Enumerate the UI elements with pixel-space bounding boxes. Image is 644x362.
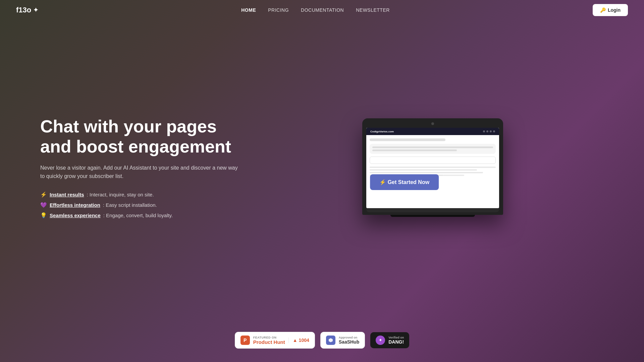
laptop-screen: CodigoVarios.com — [366, 128, 499, 208]
hero-subtitle: Never lose a visitor again. Add our AI A… — [40, 164, 241, 181]
login-icon: 🔑 — [600, 7, 606, 13]
feature-label-seamless: Seamless experience — [50, 213, 101, 218]
hero-section: Chat with your pages and boost engagemen… — [0, 0, 644, 362]
dang-name: DANG! — [388, 339, 404, 345]
hero-title: Chat with your pages and boost engagemen… — [40, 117, 241, 157]
producthunt-text: FEATURED ON Product Hunt — [253, 336, 285, 345]
nav-newsletter[interactable]: NEWSLETTER — [356, 7, 390, 13]
feature-label-integration: Effortless integration — [50, 202, 100, 208]
cta-demos-prefix: or view — [451, 179, 468, 185]
ph-arrow-icon: ▲ — [293, 338, 298, 343]
feature-integration: 💜 Effortless integration : Easy script i… — [40, 202, 241, 208]
login-label: Login — [608, 7, 621, 13]
badge-saashub[interactable]: Approved on SaaSHub — [320, 332, 365, 349]
badge-producthunt[interactable]: P FEATURED ON Product Hunt ▲ 1004 — [235, 332, 315, 349]
saashub-text: Approved on SaaSHub — [339, 336, 359, 345]
dang-verified-label: Verified on — [388, 336, 404, 339]
hero-right: CodigoVarios.com — [262, 118, 604, 217]
feature-desc-instant: : Interact, inquire, stay on site. — [87, 192, 154, 197]
screen-input — [370, 157, 496, 164]
ph-featured-label: FEATURED ON — [253, 336, 285, 339]
screen-bar — [370, 138, 445, 141]
cta-label: ⚡ Get Started Now — [379, 179, 429, 185]
features-list: ⚡ Instant results : Interact, inquire, s… — [40, 191, 241, 219]
demos-link[interactable]: demos — [470, 179, 487, 185]
screen-text-line — [370, 169, 477, 171]
screen-topbar: CodigoVarios.com — [366, 128, 499, 135]
laptop: CodigoVarios.com — [362, 118, 503, 215]
screen-bubble-line — [372, 146, 493, 148]
login-button[interactable]: 🔑 Login — [593, 4, 628, 16]
screen-chat-bubble — [370, 144, 496, 154]
hero-left: Chat with your pages and boost engagemen… — [40, 117, 241, 219]
ph-name: Product Hunt — [253, 339, 285, 345]
feature-instant: ⚡ Instant results : Interact, inquire, s… — [40, 191, 241, 198]
ph-count-number: 1004 — [299, 338, 309, 343]
logo-text: f13o — [16, 6, 31, 14]
get-started-button[interactable]: ⚡ Get Started Now — [370, 174, 439, 190]
feature-icon-integration: 💜 — [40, 202, 47, 208]
logo[interactable]: f13o ✦ — [16, 6, 38, 14]
laptop-mockup: CodigoVarios.com — [362, 118, 503, 217]
feature-icon-seamless: 💡 — [40, 212, 47, 219]
laptop-camera — [431, 122, 434, 125]
feature-seamless: 💡 Seamless experience : Engage, convert,… — [40, 212, 241, 219]
screen-nav-dot — [483, 130, 485, 132]
nav-documentation[interactable]: DOCUMENTATION — [301, 7, 344, 13]
screen-nav-dot — [490, 130, 492, 132]
feature-desc-seamless: : Engage, convert, build loyalty. — [103, 213, 173, 218]
feature-desc-integration: : Easy script installation. — [103, 202, 157, 208]
feature-icon-instant: ⚡ — [40, 191, 47, 198]
main-nav: HOME PRICING DOCUMENTATION NEWSLETTER — [241, 7, 390, 13]
logo-sparkle-icon: ✦ — [33, 6, 38, 14]
screen-nav-dot — [493, 130, 495, 132]
screen-nav — [483, 130, 495, 132]
nav-home[interactable]: HOME — [241, 7, 256, 13]
screen-text-line — [370, 167, 496, 168]
screen-logo: CodigoVarios.com — [370, 130, 394, 133]
sh-name: SaaSHub — [339, 339, 359, 345]
feature-label-instant: Instant results — [50, 192, 84, 197]
laptop-base — [366, 208, 499, 212]
screen-bubble-line — [372, 149, 457, 151]
screen-text-line — [370, 172, 483, 173]
dang-logo-icon: ✦ — [376, 336, 385, 345]
hero-content: Chat with your pages and boost engagemen… — [0, 0, 644, 322]
dang-text: Verified on DANG! — [388, 336, 404, 345]
saashub-logo-icon — [326, 336, 335, 345]
cta-overlay: ⚡ Get Started Now or view demos — [370, 174, 495, 190]
sh-approved-label: Approved on — [339, 336, 359, 339]
view-demos-button[interactable]: or view demos — [443, 174, 495, 190]
badges-row: P FEATURED ON Product Hunt ▲ 1004 Approv… — [0, 322, 644, 362]
nav-pricing[interactable]: PRICING — [268, 7, 289, 13]
header: f13o ✦ HOME PRICING DOCUMENTATION NEWSLE… — [0, 0, 644, 20]
svg-marker-0 — [329, 338, 333, 342]
screen-inner: CodigoVarios.com — [366, 128, 499, 208]
screen-nav-dot — [486, 130, 488, 132]
ph-count: ▲ 1004 — [288, 338, 309, 343]
laptop-foot — [390, 215, 475, 217]
badge-dang[interactable]: ✦ Verified on DANG! — [370, 332, 409, 348]
producthunt-logo-icon: P — [240, 336, 250, 345]
